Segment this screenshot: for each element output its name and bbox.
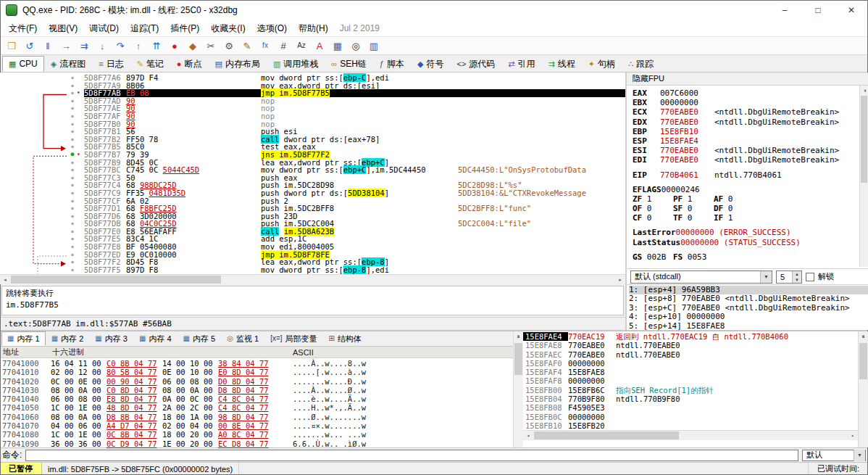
tab-cpu[interactable]: ▦CPU [2, 56, 44, 72]
stack-row[interactable]: 15E8FAF415E8FAE8 [523, 368, 858, 376]
menu-item[interactable]: 调试(D) [83, 21, 125, 36]
tab-symbols[interactable]: ◆符号 [411, 56, 450, 72]
register-row[interactable]: ESP15E8FAE4 [633, 136, 868, 146]
tab-seh-chain[interactable]: ∞SEH链 [325, 56, 373, 72]
dump-row[interactable]: 7704109036 00 36 000C D9 04 771E 00 20 0… [0, 439, 513, 448]
scroll-right-icon[interactable]: ▸ [615, 275, 625, 284]
disasm-row[interactable]: ●5D8F77F5897D F8mov dword ptr ss:[ebp-8]… [0, 266, 625, 274]
argument-row[interactable]: 5: [esp+14] 15E8FAE8 [629, 322, 868, 331]
stack-row[interactable]: 15E8FAF000000000 [523, 359, 858, 368]
flag[interactable]: CF 0 [633, 213, 673, 223]
stack-row[interactable]: 15E8FB0015E8FB6C指向SEH_Record[1]的指针 [523, 386, 858, 395]
register-row[interactable]: EIP770B4061ntdll.770B4061 [633, 170, 868, 180]
register-row[interactable]: EDX770EABE0<ntdll.DbgUiRemoteBreakin> [633, 117, 868, 127]
register-row[interactable]: ESI770EABE0<ntdll.DbgUiRemoteBreakin> [633, 146, 868, 155]
dump-row[interactable]: 770410501C 00 1E 0048 8D 04 772A 00 2C 0… [0, 403, 513, 412]
tab-source[interactable]: <>源代码 [450, 56, 501, 72]
minimize-button[interactable]: – [768, 0, 801, 20]
step-into-button[interactable]: ↓ [93, 38, 111, 54]
stack-row[interactable]: 15E8FAE8770EABE0ntdll.770EABE0 [523, 341, 858, 350]
tab-memory-map[interactable]: ▤内存布局 [209, 56, 267, 72]
dump-row[interactable]: 7704106008 00 0A 00D8 8B 04 7718 00 1A 0… [0, 413, 513, 421]
flag[interactable]: OF 0 [633, 204, 673, 213]
stack-row[interactable]: 15E8FB0C00000000 [523, 413, 858, 421]
menu-item[interactable]: 收藏夹(I) [205, 21, 251, 36]
stack-row[interactable]: 15E8FB04770B9F80ntdll.770B9F80 [523, 395, 858, 403]
dump-rows[interactable]: 7704100016 04 11 00C0 8B 04 7714 00 10 0… [0, 358, 513, 448]
tab-script[interactable]: ƒ脚本 [373, 56, 411, 72]
tab-memory-1[interactable]: ▦内存 1 [1, 331, 46, 346]
registers-scrollbar[interactable]: ▴ ▾ [859, 86, 868, 267]
tab-threads[interactable]: ⇉线程 [542, 56, 582, 72]
argument-count-stepper[interactable]: 5 ▲▼ [776, 270, 802, 284]
menu-item[interactable]: 帮助(H) [293, 21, 334, 36]
settings-gear-button[interactable]: ⚙ [220, 38, 238, 54]
argument-row[interactable]: 4: [esp+10] 00000000 [629, 313, 868, 321]
spin-down-icon[interactable]: ▼ [793, 277, 801, 283]
stack-row[interactable]: 15E8FAE4770EAC19返回到 ntdll.770EAC19 自 ntd… [523, 332, 858, 341]
dump-row[interactable]: 7704101002 00 12 0080 5B 04 770E 00 10 0… [0, 368, 513, 376]
disasm-row[interactable]: ●5D8F77C9FF35 0481D35Dpush dword ptr ds:… [0, 189, 625, 197]
menu-item[interactable]: 选项(O) [251, 21, 293, 36]
dump-row[interactable]: 770410200C 00 0E 0000 90 04 7706 00 08 0… [0, 377, 513, 386]
close-button[interactable]: ✕ [835, 0, 868, 20]
step-over-button[interactable]: ↷ [112, 38, 129, 54]
stack-rows[interactable]: 15E8FAE4770EAC19返回到 ntdll.770EAC19 自 ntd… [523, 331, 858, 430]
scroll-down-icon[interactable]: ▾ [514, 331, 523, 342]
dump-row[interactable]: 7704104006 00 08 00E8 8D 04 770A 00 0C 0… [0, 395, 513, 403]
scroll-down-icon[interactable]: ▾ [859, 331, 868, 342]
hash-calculator-button[interactable]: # [275, 38, 292, 54]
scroll-down-icon[interactable]: ▾ [860, 86, 868, 95]
register-row[interactable]: EDI770EABE0<ntdll.DbgUiRemoteBreakin> [633, 155, 868, 165]
disassembly-view[interactable]: ●5D8F77A6897D F4mov dword ptr ss:[ebp-C]… [0, 73, 625, 274]
register-row[interactable]: EAX007C6000 [633, 88, 868, 98]
tab-trace[interactable]: ∴跟踪 [622, 56, 660, 72]
dump-row[interactable]: 770410801C 00 1E 000C 8B 04 7718 00 20 0… [0, 430, 513, 439]
flag[interactable]: FS 0053 [673, 252, 714, 262]
memory-search-button[interactable]: ◎ [347, 38, 364, 54]
tab-log[interactable]: ≡日志 [92, 56, 130, 72]
register-row[interactable]: EBX00000000 [633, 98, 868, 107]
menu-item[interactable]: 视图(V) [43, 21, 83, 36]
open-file-button[interactable]: ❒ [3, 38, 20, 54]
scroll-thumb[interactable] [861, 96, 867, 183]
tab-memory-5[interactable]: ▦内存 5 [178, 331, 222, 346]
scroll-thumb[interactable] [859, 343, 867, 379]
stack-row[interactable]: 15E8FAEC770EABE0ntdll.770EABE0 [523, 350, 858, 359]
scroll-thumb[interactable] [11, 276, 221, 284]
calling-convention-select[interactable]: 默认 (stdcall) ▼ [630, 270, 772, 284]
string-search-az-button[interactable]: Az [293, 38, 310, 54]
flag[interactable]: SF 0 [673, 204, 714, 213]
dump-row[interactable]: 7704107004 00 06 00A4 D7 04 7702 00 04 0… [0, 421, 513, 430]
stack-horizontal-scrollbar[interactable]: ◂ ▸ [523, 430, 858, 440]
snapshot-scissors-button[interactable]: ✂ [202, 38, 220, 54]
tab-memory-3[interactable]: ▦内存 3 [89, 331, 133, 346]
command-profile-select[interactable]: 默认 ▼ [802, 450, 866, 461]
cpu-chip-button[interactable]: ▦ [329, 38, 346, 54]
flag[interactable]: GS 002B [633, 252, 673, 262]
tab-locals[interactable]: [x=]局部变量 [264, 331, 322, 346]
dump-row[interactable]: 7704103008 00 0A 00C0 8D 04 7708 00 0A 0… [0, 386, 513, 395]
assembler-a-button[interactable]: A [311, 38, 328, 54]
run-to-user-code-button[interactable]: ⇈ [148, 38, 165, 54]
scroll-thumb[interactable] [534, 431, 679, 439]
scroll-left-icon[interactable]: ◂ [523, 431, 533, 440]
tab-call-stack[interactable]: ▥调用堆栈 [267, 56, 325, 72]
chevron-down-icon[interactable]: ▼ [760, 271, 772, 283]
register-row[interactable]: ECX770EABE0<ntdll.DbgUiRemoteBreakin> [633, 107, 868, 117]
pause-button[interactable]: ‖ [39, 38, 57, 54]
stack-row[interactable]: 15E8FB08F45905E3 [523, 403, 858, 412]
calculator-fx-button[interactable]: fx [256, 38, 274, 54]
menu-item[interactable]: 文件(F) [3, 21, 43, 36]
register-row[interactable]: LastStatus00000000 (STATUS_SUCCESS) [633, 238, 868, 247]
execute-till-return-button[interactable]: ↑ [130, 38, 147, 54]
disasm-row[interactable]: ●5D8F77AF90nop [0, 112, 625, 120]
menu-item[interactable]: 追踪(T) [125, 21, 164, 36]
tab-memory-2[interactable]: ▦内存 2 [46, 331, 90, 346]
scroll-thumb[interactable] [514, 343, 522, 375]
restart-button[interactable]: ↺ [21, 38, 38, 54]
tab-notes[interactable]: ✎笔记 [130, 56, 170, 72]
patches-button[interactable]: ◆ [184, 38, 201, 54]
chevron-down-icon[interactable]: ▼ [854, 450, 865, 461]
tab-handles[interactable]: ✦句柄 [582, 56, 622, 72]
